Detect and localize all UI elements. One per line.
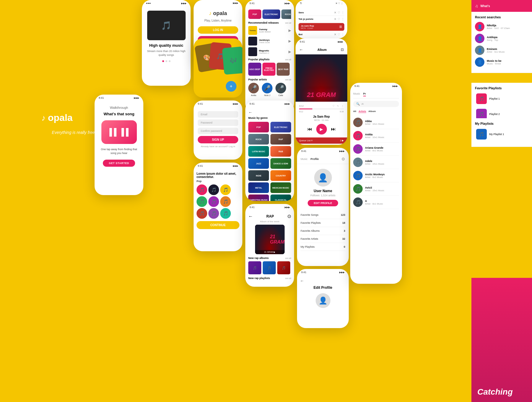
ep-back-button[interactable]: ← [300,278,346,283]
new-albums-see-all[interactable]: see all [285,257,291,259]
artist-list-ariana[interactable]: 🎵 Ariana Grande Artist · 8x1 Music [353,142,399,156]
confirm-password-field[interactable]: Confirm password [198,128,238,134]
search-input[interactable]: Al [361,103,396,105]
release-yummy[interactable]: Yummy Yummy Justin Bieber ▶ [248,26,291,35]
prev-button[interactable]: ⏮ [307,127,312,132]
artist-ed[interactable]: 🎵 [197,184,207,195]
filter-artists[interactable]: Artists [359,110,366,113]
genre-dance[interactable]: DANCE & EDM [270,158,291,169]
new-playlists-see-all[interactable]: see all [285,277,291,279]
artist-nicki[interactable]: 🎤 Nicki J [262,83,273,96]
play-button[interactable]: ▶ [316,124,327,134]
release-magnetic[interactable]: Magnetic Yasmeen J ▶ [248,47,291,56]
album-mini-2[interactable]: 🎵 [263,261,276,274]
release-jackboys[interactable]: Jackboys Travis Scott ▶ [248,37,291,46]
login-button[interactable]: LOG IN [198,26,238,34]
cast-icon[interactable]: ⊡ [341,48,344,52]
artist-gwen[interactable]: 🎵 [197,196,207,207]
np-item-bot[interactable]: Bot ✕ ♡ ⋮ [299,31,344,38]
np-icon-heart[interactable]: ♡ [338,11,340,14]
password-field[interactable]: Password [198,119,238,126]
np-icon-x2[interactable]: ✕ [334,17,336,21]
fp-item-1[interactable]: 🎵 Playlist 1 [475,92,528,105]
np-item-tek[interactable]: Tek je počelo ✕ ♡ ⋮ [299,16,344,22]
rs-music-to-be[interactable]: 👤 Music to be Music · 5/rest [475,57,528,67]
rs-eminem[interactable]: 👤 Eminem Artist · 4x1 Music [475,46,528,55]
np-icon-x[interactable]: ✕ [334,11,336,14]
share-icon[interactable]: ⤷ [337,105,339,107]
genre-rap[interactable]: RAP [270,134,291,145]
genre-country[interactable]: COUNTRY [270,170,291,181]
edit-profile-button[interactable]: EDIT PROFILE [308,200,338,206]
chip-pop[interactable]: POP [248,9,261,19]
np-icon-heart3[interactable]: ♡ [338,33,340,36]
np-icon-more2[interactable]: ⋮ [341,17,344,21]
genre-pop[interactable]: POP [248,122,269,132]
email-field[interactable]: Email [198,111,238,118]
more-icon[interactable]: ⋮ [341,105,344,107]
artists-see-all[interactable]: see all [285,79,291,81]
next-button[interactable]: ⏭ [331,127,336,132]
continue-button[interactable]: CONTINUE [197,221,239,229]
login-link[interactable]: Already have an account? Log in [198,145,238,148]
np-icon-x3[interactable]: ✕ [334,33,336,36]
genre-latin[interactable]: LATIN MUSIC [248,146,269,157]
album-mini-1[interactable]: 🎵 [248,261,261,274]
rs-antilopa[interactable]: 👤 Antilopa Song · Top [475,34,528,43]
np-icon-heart2[interactable]: ♡ [338,17,340,21]
filter-albums[interactable]: Album [369,110,376,113]
genre-mexican[interactable]: MEXICAN MUSIC [270,182,291,193]
np-item-sara[interactable]: Sara ✕ ♡ ⋮ [299,9,344,16]
artist-billie[interactable]: 🎵 [208,184,219,195]
artist-list-avicii[interactable]: 🎵 Avicii Artist · 15x1 Music [353,182,399,196]
genre-back-button[interactable]: ← [248,110,291,115]
rap-back-button[interactable]: ← [248,214,253,219]
filter-all[interactable]: All [353,110,356,113]
genre-electronic[interactable]: ELECTRONIC [270,122,291,132]
playlists-see-all[interactable]: see all [285,59,291,61]
signup-submit-button[interactable]: SIGN UP [198,136,238,143]
rs-nikolija[interactable]: 👤 Nikolija Artist · 10/2 · 07:15am [475,22,528,31]
artist-anitta[interactable]: 🎤 Anitta [248,83,259,96]
artist-khalid[interactable]: 🎵 [220,208,231,219]
album-cover-rap[interactable]: 21 GRAM 21 GRAM ▶ [255,225,285,254]
artist-list-a[interactable]: 🎵 A Artist · 8x1 Music [353,196,399,209]
artist-list-adele[interactable]: 🎵 Adele Artist · 15x1 Music [353,156,399,169]
album-mini-3[interactable]: 🎵 [277,261,290,274]
artist-becky[interactable]: 🎵 [208,196,219,207]
np-icon-more3[interactable]: ⋮ [341,33,344,36]
artist-beyonce[interactable]: 🎵 [220,184,231,195]
artist-list-arctic[interactable]: 🎵 Arctic Monkeys Artist · 8x1 Music [353,169,399,182]
playlist-sexy[interactable]: SEXY R&B [277,63,290,76]
artist-halsey[interactable]: 🎵 [220,196,231,207]
progress-bar[interactable] [299,108,344,109]
artist-camila[interactable]: 🎵 [197,208,207,219]
artist-calle[interactable]: 🎤 Calle [275,83,286,96]
tab-music[interactable]: Music [301,158,308,161]
genre-christina[interactable]: CHRISTINA MUSIC [248,194,269,201]
heart-icon[interactable]: ♡ [332,105,335,107]
genre-rb[interactable]: R&B [270,146,291,157]
search-tab-pr[interactable]: Pr [363,92,366,96]
genre-indie[interactable]: INDIE [248,170,269,181]
playlist-ugo[interactable]: UGO DEEP [248,63,261,76]
mp-item-1[interactable]: 🎵 My Playlist 1 [475,128,528,141]
settings-icon[interactable]: ⚙ [341,157,345,161]
search-tab-music[interactable]: Music [353,92,360,96]
rap-action[interactable]: ⊙ [287,213,291,219]
discover-action-btn[interactable]: + [226,81,236,92]
artist-list-abba[interactable]: 🎵 Abba Artist · 10x1 Music [353,116,399,129]
genre-rock[interactable]: ROCK [248,134,269,145]
genre-jazz[interactable]: JAZZ [248,158,269,169]
artist-dua[interactable]: 🎵 [208,208,219,219]
album-back-button[interactable]: ← [299,47,303,52]
playlist-fresh[interactable]: FRESH ELECTRO [262,63,275,76]
recommended-see-all[interactable]: see all [285,22,291,24]
genre-classical[interactable]: CLASSICAL [270,194,291,201]
get-started-button[interactable]: GET STARTED [103,160,135,167]
tab-profile[interactable]: Profile [311,158,319,161]
genre-metal[interactable]: METAL [248,182,269,193]
np-icon-more[interactable]: ⋮ [341,11,344,14]
chip-rock[interactable]: ROCK [281,9,291,19]
artist-list-anitta[interactable]: 🎵 Anitta Artist · 10x1 Music [353,129,399,142]
